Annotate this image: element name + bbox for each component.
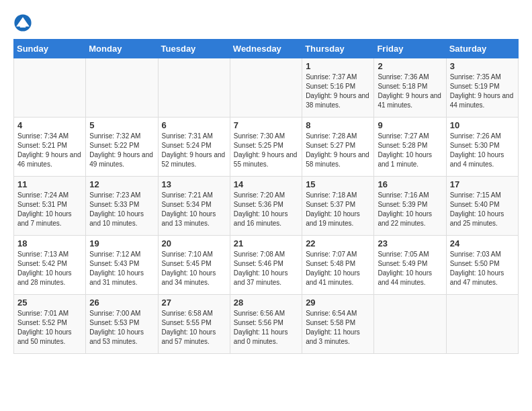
day-info: Sunrise: 6:56 AM Sunset: 5:56 PM Dayligh… xyxy=(234,309,298,347)
day-info: Sunrise: 7:23 AM Sunset: 5:33 PM Dayligh… xyxy=(89,191,154,228)
week-row-5: 25Sunrise: 7:01 AM Sunset: 5:52 PM Dayli… xyxy=(14,295,519,354)
day-info: Sunrise: 7:20 AM Sunset: 5:36 PM Dayligh… xyxy=(234,191,298,228)
calendar-cell xyxy=(86,58,158,118)
day-number: 14 xyxy=(234,179,298,189)
day-number: 19 xyxy=(89,238,154,248)
calendar-cell: 13Sunrise: 7:21 AM Sunset: 5:34 PM Dayli… xyxy=(158,177,230,236)
calendar-cell: 29Sunrise: 6:54 AM Sunset: 5:58 PM Dayli… xyxy=(302,295,374,354)
day-info: Sunrise: 7:12 AM Sunset: 5:43 PM Dayligh… xyxy=(89,250,154,287)
day-number: 10 xyxy=(450,120,515,130)
day-number: 28 xyxy=(234,298,298,308)
day-info: Sunrise: 7:13 AM Sunset: 5:42 PM Dayligh… xyxy=(17,250,82,287)
day-info: Sunrise: 7:27 AM Sunset: 5:28 PM Dayligh… xyxy=(378,132,442,169)
day-info: Sunrise: 7:05 AM Sunset: 5:49 PM Dayligh… xyxy=(378,250,442,287)
header-thursday: Thursday xyxy=(302,40,374,58)
day-info: Sunrise: 7:37 AM Sunset: 5:16 PM Dayligh… xyxy=(306,73,370,110)
calendar-cell: 25Sunrise: 7:01 AM Sunset: 5:52 PM Dayli… xyxy=(14,295,86,354)
week-row-2: 4Sunrise: 7:34 AM Sunset: 5:21 PM Daylig… xyxy=(14,118,519,177)
day-info: Sunrise: 6:54 AM Sunset: 5:58 PM Dayligh… xyxy=(306,309,370,347)
day-info: Sunrise: 7:18 AM Sunset: 5:37 PM Dayligh… xyxy=(306,191,370,228)
week-row-3: 11Sunrise: 7:24 AM Sunset: 5:31 PM Dayli… xyxy=(14,177,519,236)
calendar-cell: 19Sunrise: 7:12 AM Sunset: 5:43 PM Dayli… xyxy=(86,236,158,295)
day-number: 8 xyxy=(306,120,370,130)
day-number: 27 xyxy=(162,298,226,308)
calendar-cell xyxy=(230,58,302,118)
day-info: Sunrise: 7:32 AM Sunset: 5:22 PM Dayligh… xyxy=(89,132,154,169)
day-number: 23 xyxy=(378,238,442,248)
header-wednesday: Wednesday xyxy=(230,40,302,58)
day-info: Sunrise: 6:58 AM Sunset: 5:55 PM Dayligh… xyxy=(162,309,226,347)
calendar-cell xyxy=(374,295,446,354)
day-number: 7 xyxy=(234,120,298,130)
day-info: Sunrise: 7:36 AM Sunset: 5:18 PM Dayligh… xyxy=(378,73,442,110)
day-info: Sunrise: 7:10 AM Sunset: 5:45 PM Dayligh… xyxy=(162,250,226,287)
day-number: 16 xyxy=(378,179,442,189)
day-info: Sunrise: 7:34 AM Sunset: 5:21 PM Dayligh… xyxy=(17,132,82,169)
day-info: Sunrise: 7:03 AM Sunset: 5:50 PM Dayligh… xyxy=(450,250,515,287)
calendar-cell: 27Sunrise: 6:58 AM Sunset: 5:55 PM Dayli… xyxy=(158,295,230,354)
calendar-cell: 26Sunrise: 7:00 AM Sunset: 5:53 PM Dayli… xyxy=(86,295,158,354)
calendar-cell: 11Sunrise: 7:24 AM Sunset: 5:31 PM Dayli… xyxy=(14,177,86,236)
calendar-cell: 21Sunrise: 7:08 AM Sunset: 5:46 PM Dayli… xyxy=(230,236,302,295)
calendar-cell: 1Sunrise: 7:37 AM Sunset: 5:16 PM Daylig… xyxy=(302,58,374,118)
week-row-4: 18Sunrise: 7:13 AM Sunset: 5:42 PM Dayli… xyxy=(14,236,519,295)
page-header xyxy=(13,13,519,32)
day-info: Sunrise: 7:07 AM Sunset: 5:48 PM Dayligh… xyxy=(306,250,370,287)
calendar-cell: 17Sunrise: 7:15 AM Sunset: 5:40 PM Dayli… xyxy=(446,177,518,236)
calendar-cell xyxy=(158,58,230,118)
day-number: 25 xyxy=(17,298,82,308)
day-info: Sunrise: 7:26 AM Sunset: 5:30 PM Dayligh… xyxy=(450,132,515,169)
day-info: Sunrise: 7:24 AM Sunset: 5:31 PM Dayligh… xyxy=(17,191,82,228)
header-friday: Friday xyxy=(374,40,446,58)
header-monday: Monday xyxy=(86,40,158,58)
week-row-1: 1Sunrise: 7:37 AM Sunset: 5:16 PM Daylig… xyxy=(14,58,519,118)
day-info: Sunrise: 7:16 AM Sunset: 5:39 PM Dayligh… xyxy=(378,191,442,228)
calendar-cell: 20Sunrise: 7:10 AM Sunset: 5:45 PM Dayli… xyxy=(158,236,230,295)
calendar-cell: 28Sunrise: 6:56 AM Sunset: 5:56 PM Dayli… xyxy=(230,295,302,354)
day-info: Sunrise: 7:31 AM Sunset: 5:24 PM Dayligh… xyxy=(162,132,226,169)
calendar-cell: 15Sunrise: 7:18 AM Sunset: 5:37 PM Dayli… xyxy=(302,177,374,236)
calendar-cell xyxy=(14,58,86,118)
day-info: Sunrise: 7:35 AM Sunset: 5:19 PM Dayligh… xyxy=(450,73,515,110)
header-row: SundayMondayTuesdayWednesdayThursdayFrid… xyxy=(14,40,519,58)
calendar-cell: 10Sunrise: 7:26 AM Sunset: 5:30 PM Dayli… xyxy=(446,118,518,177)
day-number: 1 xyxy=(306,61,370,71)
day-number: 18 xyxy=(17,238,82,248)
day-number: 17 xyxy=(450,179,515,189)
calendar-cell: 24Sunrise: 7:03 AM Sunset: 5:50 PM Dayli… xyxy=(446,236,518,295)
calendar-cell: 7Sunrise: 7:30 AM Sunset: 5:25 PM Daylig… xyxy=(230,118,302,177)
header-saturday: Saturday xyxy=(446,40,518,58)
calendar-cell: 4Sunrise: 7:34 AM Sunset: 5:21 PM Daylig… xyxy=(14,118,86,177)
day-number: 20 xyxy=(162,238,226,248)
svg-rect-2 xyxy=(20,24,26,28)
day-number: 26 xyxy=(89,298,154,308)
day-number: 5 xyxy=(89,120,154,130)
day-number: 24 xyxy=(450,238,515,248)
day-info: Sunrise: 7:30 AM Sunset: 5:25 PM Dayligh… xyxy=(234,132,298,169)
day-info: Sunrise: 7:08 AM Sunset: 5:46 PM Dayligh… xyxy=(234,250,298,287)
day-number: 21 xyxy=(234,238,298,248)
calendar-cell: 22Sunrise: 7:07 AM Sunset: 5:48 PM Dayli… xyxy=(302,236,374,295)
day-number: 2 xyxy=(378,61,442,71)
calendar-cell: 18Sunrise: 7:13 AM Sunset: 5:42 PM Dayli… xyxy=(14,236,86,295)
calendar-cell: 3Sunrise: 7:35 AM Sunset: 5:19 PM Daylig… xyxy=(446,58,518,118)
day-info: Sunrise: 7:21 AM Sunset: 5:34 PM Dayligh… xyxy=(162,191,226,228)
calendar-cell: 8Sunrise: 7:28 AM Sunset: 5:27 PM Daylig… xyxy=(302,118,374,177)
day-number: 4 xyxy=(17,120,82,130)
day-info: Sunrise: 7:28 AM Sunset: 5:27 PM Dayligh… xyxy=(306,132,370,169)
header-sunday: Sunday xyxy=(14,40,86,58)
calendar-cell: 5Sunrise: 7:32 AM Sunset: 5:22 PM Daylig… xyxy=(86,118,158,177)
day-number: 12 xyxy=(89,179,154,189)
calendar-table: SundayMondayTuesdayWednesdayThursdayFrid… xyxy=(13,39,519,354)
calendar-cell: 14Sunrise: 7:20 AM Sunset: 5:36 PM Dayli… xyxy=(230,177,302,236)
calendar-cell: 6Sunrise: 7:31 AM Sunset: 5:24 PM Daylig… xyxy=(158,118,230,177)
logo xyxy=(13,13,35,32)
day-number: 11 xyxy=(17,179,82,189)
day-number: 3 xyxy=(450,61,515,71)
calendar-cell xyxy=(446,295,518,354)
day-number: 9 xyxy=(378,120,442,130)
calendar-cell: 2Sunrise: 7:36 AM Sunset: 5:18 PM Daylig… xyxy=(374,58,446,118)
day-number: 13 xyxy=(162,179,226,189)
day-number: 29 xyxy=(306,298,370,308)
calendar-cell: 23Sunrise: 7:05 AM Sunset: 5:49 PM Dayli… xyxy=(374,236,446,295)
